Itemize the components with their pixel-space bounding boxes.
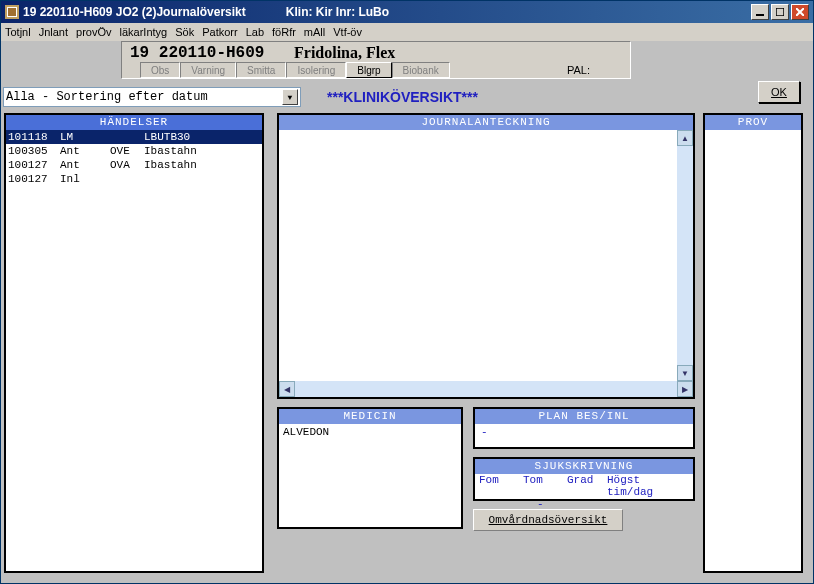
menu-forfr[interactable]: föRfr xyxy=(272,26,296,38)
patient-name: Fridolina, Flex xyxy=(294,44,395,62)
medicin-header: MEDICIN xyxy=(279,409,461,424)
menu-mall[interactable]: mAll xyxy=(304,26,325,38)
sort-select[interactable]: Alla - Sortering efter datum ▼ xyxy=(3,87,301,107)
window-subtitle: Klin: Kir Inr: LuBo xyxy=(286,5,389,19)
handelser-header: HÄNDELSER xyxy=(6,115,262,130)
handelser-row[interactable]: 100127Inl xyxy=(6,172,262,186)
prov-panel: PROV xyxy=(703,113,803,573)
patient-panel: 19 220110-H609 Fridolina, Flex Obs Varni… xyxy=(121,41,631,79)
tab-smitta[interactable]: Smitta xyxy=(236,62,286,78)
pal-label: PAL: xyxy=(567,64,590,76)
tab-obs[interactable]: Obs xyxy=(140,62,180,78)
close-button[interactable] xyxy=(791,4,809,20)
overview-heading: ***KLINIKÖVERSIKT*** xyxy=(327,89,478,105)
plan-panel: PLAN BES/INL - xyxy=(473,407,695,449)
menu-lab[interactable]: Lab xyxy=(246,26,264,38)
scroll-down-icon[interactable]: ▼ xyxy=(677,365,693,381)
menu-totjnl[interactable]: Totjnl xyxy=(5,26,31,38)
app-icon xyxy=(5,5,19,19)
minimize-button[interactable] xyxy=(751,4,769,20)
medicin-line: ALVEDON xyxy=(283,426,457,438)
sjuk-col-hogst: Högst tim/dag xyxy=(607,474,689,498)
omvardnad-button[interactable]: Omvårdnadsöversikt xyxy=(473,509,623,531)
patient-id: 19 220110-H609 xyxy=(130,44,264,62)
medicin-body[interactable]: ALVEDON xyxy=(279,424,461,440)
menu-provov[interactable]: provÖv xyxy=(76,26,111,38)
menu-sok[interactable]: Sök xyxy=(175,26,194,38)
medicin-panel: MEDICIN ALVEDON xyxy=(277,407,463,529)
handelser-panel: HÄNDELSER 101118LMLBUTB30100305AntOVEIba… xyxy=(4,113,264,573)
menu-lakarintyg[interactable]: läkarIntyg xyxy=(120,26,168,38)
scroll-right-icon[interactable]: ▶ xyxy=(677,381,693,397)
sjuk-panel: SJUKSKRIVNING Fom Tom Grad Högst tim/dag… xyxy=(473,457,695,501)
menu-jnlant[interactable]: Jnlant xyxy=(39,26,68,38)
sjuk-columns: Fom Tom Grad Högst tim/dag xyxy=(475,474,693,498)
menu-vtfov[interactable]: Vtf-öv xyxy=(333,26,362,38)
tab-varning[interactable]: Varning xyxy=(180,62,236,78)
app-window: 19 220110-H609 JO2 (2)Journalöversikt Kl… xyxy=(0,0,814,584)
scroll-left-icon[interactable]: ◀ xyxy=(279,381,295,397)
handelser-row[interactable]: 100305AntOVEIbastahn xyxy=(6,144,262,158)
tab-isolering[interactable]: Isolering xyxy=(286,62,346,78)
handelser-row[interactable]: 100127AntOVAIbastahn xyxy=(6,158,262,172)
menu-patkorr[interactable]: Patkorr xyxy=(202,26,237,38)
journal-panel: JOURNALANTECKNING ▲ ▼ ◀ ▶ xyxy=(277,113,695,399)
window-title: 19 220110-H609 JO2 (2)Journalöversikt xyxy=(23,5,246,19)
journal-header: JOURNALANTECKNING xyxy=(279,115,693,130)
sjuk-col-grad: Grad xyxy=(567,474,607,498)
plan-body: - xyxy=(475,424,693,440)
chevron-down-icon[interactable]: ▼ xyxy=(282,89,298,105)
title-bar: 19 220110-H609 JO2 (2)Journalöversikt Kl… xyxy=(1,1,813,23)
svg-rect-2 xyxy=(8,8,16,16)
sjuk-col-tom: Tom xyxy=(523,474,567,498)
sjuk-header: SJUKSKRIVNING xyxy=(475,459,693,474)
prov-header: PROV xyxy=(705,115,801,130)
tab-biobank[interactable]: Biobank xyxy=(392,62,450,78)
maximize-button[interactable] xyxy=(771,4,789,20)
handelser-list[interactable]: 101118LMLBUTB30100305AntOVEIbastahn10012… xyxy=(6,130,262,186)
journal-scroll-v[interactable]: ▲ ▼ xyxy=(677,130,693,381)
journal-scroll-h[interactable]: ◀ ▶ xyxy=(279,381,693,397)
scroll-up-icon[interactable]: ▲ xyxy=(677,130,693,146)
handelser-row[interactable]: 101118LMLBUTB30 xyxy=(6,130,262,144)
journal-body[interactable]: ▲ ▼ ◀ ▶ xyxy=(279,130,693,397)
svg-rect-3 xyxy=(756,14,764,16)
plan-header: PLAN BES/INL xyxy=(475,409,693,424)
sort-select-value: Alla - Sortering efter datum xyxy=(6,90,208,104)
menu-bar: Totjnl Jnlant provÖv läkarIntyg Sök Patk… xyxy=(1,23,813,41)
patient-tabs: Obs Varning Smitta Isolering Blgrp Bioba… xyxy=(140,62,450,78)
tab-blgrp[interactable]: Blgrp xyxy=(346,62,391,78)
ok-button[interactable]: OK xyxy=(758,81,800,103)
svg-rect-4 xyxy=(776,8,784,16)
sjuk-col-fom: Fom xyxy=(479,474,523,498)
